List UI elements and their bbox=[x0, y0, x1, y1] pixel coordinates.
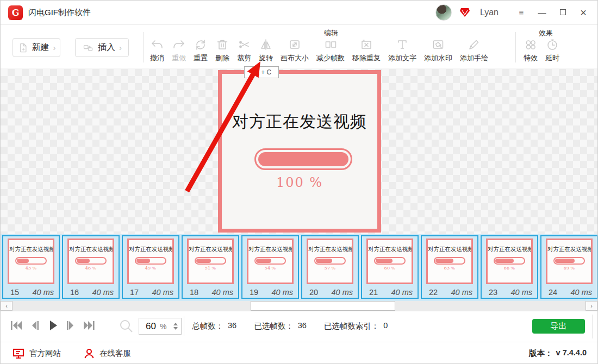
rotate-button[interactable]: 旋转 bbox=[255, 37, 277, 63]
crop-button[interactable]: 裁剪 bbox=[233, 37, 255, 63]
menu-icon[interactable]: ≡ bbox=[515, 6, 528, 19]
frame-cell[interactable]: 对方正在发送视频 51 % 18 40 ms bbox=[182, 235, 239, 299]
thumbnail-percent: 54 % bbox=[248, 266, 292, 271]
online-support-link[interactable]: 在线客服 bbox=[84, 348, 131, 359]
thumbnail-progress-fill bbox=[196, 259, 211, 263]
official-website-link[interactable]: 官方网站 bbox=[13, 348, 61, 359]
thumbnail-progress-fill bbox=[555, 259, 575, 263]
username[interactable]: Lyan bbox=[480, 8, 499, 17]
titlebar: G 闪电GIF制作软件 Lyan ≡ — × bbox=[1, 1, 597, 25]
zoom-decrease-icon[interactable] bbox=[173, 327, 178, 330]
thumbnail-progress-fill bbox=[77, 259, 90, 263]
previous-frame-button[interactable] bbox=[29, 319, 41, 332]
add-drawing-button[interactable]: 添加手绘 bbox=[456, 37, 492, 63]
user-avatar[interactable] bbox=[435, 4, 452, 21]
redo-button[interactable]: 重做 bbox=[168, 37, 190, 63]
reduce-frames-button[interactable]: 减少帧数 bbox=[313, 37, 348, 63]
frame-cell[interactable]: 对方正在发送视频 57 % 20 40 ms bbox=[301, 235, 359, 299]
stat-value: 36 bbox=[228, 321, 236, 331]
thumbnail-text: 对方正在发送视频 bbox=[547, 246, 591, 253]
canvas-size-button[interactable]: 画布大小 bbox=[277, 37, 313, 63]
frame-thumbnail: 对方正在发送视频 46 % bbox=[67, 239, 114, 284]
remove-duplicates-button[interactable]: 移除重复 bbox=[348, 37, 384, 63]
reset-icon bbox=[194, 37, 208, 52]
insert-button[interactable]: 插入 › bbox=[75, 38, 129, 57]
stat-label: 已选帧数索引： bbox=[324, 321, 379, 331]
controls-bar: 60 % 总帧数： 36 已选帧数： 36 bbox=[1, 311, 597, 342]
minimize-icon[interactable]: — bbox=[535, 6, 549, 19]
thumbnail-progress-fill bbox=[435, 259, 453, 263]
thumbnail-progress-fill bbox=[495, 259, 514, 263]
scrollbar-thumb[interactable] bbox=[251, 301, 395, 311]
trash-icon bbox=[215, 37, 229, 52]
vip-badge-icon bbox=[459, 8, 470, 17]
frame-number: 23 bbox=[489, 288, 497, 297]
crop-shortcut-tooltip: Alt + C bbox=[244, 66, 279, 78]
export-button[interactable]: 导出 bbox=[532, 319, 585, 334]
scroll-right-button[interactable]: › bbox=[585, 301, 597, 311]
redo-icon bbox=[172, 37, 186, 52]
frame-cell[interactable]: 对方正在发送视频 54 % 19 40 ms bbox=[241, 235, 299, 299]
filmstrip-scrollbar[interactable]: ‹ › bbox=[1, 301, 597, 311]
thumbnail-text: 对方正在发送视频 bbox=[248, 246, 292, 253]
thumbnail-progress-bar bbox=[135, 257, 166, 265]
version-value: v 7.4.4.0 bbox=[556, 348, 587, 359]
frame-cell[interactable]: 对方正在发送视频 63 % 22 40 ms bbox=[421, 235, 478, 299]
toolbar-divider bbox=[515, 32, 516, 62]
frame-number: 20 bbox=[309, 288, 318, 297]
online-support-label: 在线客服 bbox=[99, 348, 131, 359]
gif-preview-frame[interactable]: 对方正在发送视频 100 % bbox=[218, 70, 381, 233]
watermark-icon bbox=[431, 37, 445, 52]
thumbnail-text: 对方正在发送视频 bbox=[129, 246, 172, 253]
insert-icon bbox=[82, 42, 94, 53]
frame-cell[interactable]: 对方正在发送视频 60 % 21 40 ms bbox=[361, 235, 419, 299]
controls-divider bbox=[184, 316, 184, 336]
thumbnail-text: 对方正在发送视频 bbox=[488, 246, 531, 253]
delete-button[interactable]: 删除 bbox=[211, 37, 233, 63]
thumbnail-text: 对方正在发送视频 bbox=[69, 246, 113, 253]
thumbnail-percent: 49 % bbox=[129, 266, 172, 271]
thumbnail-percent: 69 % bbox=[547, 266, 591, 271]
frame-thumbnail: 对方正在发送视频 43 % bbox=[8, 239, 54, 284]
new-button[interactable]: 新建 › bbox=[13, 38, 60, 57]
version-info: 版本： v 7.4.4.0 bbox=[529, 348, 587, 359]
add-text-button[interactable]: 添加文字 bbox=[384, 37, 420, 63]
delay-button[interactable]: 延时 bbox=[541, 37, 563, 63]
frame-duration: 40 ms bbox=[33, 288, 54, 297]
next-frame-button[interactable] bbox=[64, 319, 76, 332]
last-frame-button[interactable] bbox=[82, 319, 96, 332]
controls-right-divider bbox=[592, 315, 593, 338]
play-button[interactable] bbox=[47, 319, 59, 332]
frame-cell[interactable]: 对方正在发送视频 66 % 23 40 ms bbox=[481, 235, 538, 299]
scroll-left-button[interactable]: ‹ bbox=[1, 301, 13, 311]
add-watermark-button[interactable]: 添加水印 bbox=[420, 37, 456, 63]
thumbnail-progress-bar bbox=[494, 257, 525, 265]
undo-button[interactable]: 撤消 bbox=[146, 37, 168, 63]
frame-number: 22 bbox=[429, 288, 438, 297]
scissors-icon bbox=[237, 37, 251, 52]
reset-button[interactable]: 重置 bbox=[190, 37, 211, 63]
maximize-icon[interactable] bbox=[556, 6, 569, 19]
close-icon[interactable]: × bbox=[577, 6, 590, 19]
frame-cell[interactable]: 对方正在发送视频 49 % 17 40 ms bbox=[122, 235, 179, 299]
frame-thumbnail: 对方正在发送视频 49 % bbox=[127, 239, 174, 284]
thumbnail-percent: 57 % bbox=[308, 266, 352, 271]
stat-item: 已选帧数： 36 bbox=[254, 321, 307, 331]
zoom-value[interactable]: 60 bbox=[146, 321, 156, 332]
thumbnail-progress-bar bbox=[434, 257, 465, 265]
official-website-label: 官方网站 bbox=[29, 348, 61, 359]
edit-section-label: 编辑 bbox=[324, 28, 338, 38]
first-frame-button[interactable] bbox=[9, 319, 24, 332]
new-file-icon bbox=[17, 42, 28, 53]
frame-cell[interactable]: 对方正在发送视频 43 % 15 40 ms bbox=[2, 235, 60, 299]
thumbnail-text: 对方正在发送视频 bbox=[189, 246, 232, 253]
special-effects-button[interactable]: 特效 bbox=[520, 37, 541, 63]
stat-item: 已选帧数索引： 0 bbox=[324, 321, 388, 331]
frame-thumbnail: 对方正在发送视频 66 % bbox=[486, 239, 533, 284]
frame-cell[interactable]: 对方正在发送视频 46 % 16 40 ms bbox=[62, 235, 120, 299]
zoom-increase-icon[interactable] bbox=[173, 323, 178, 325]
thumbnail-percent: 46 % bbox=[69, 266, 113, 271]
zoom-level-input[interactable]: 60 % bbox=[139, 318, 182, 335]
stat-item: 总帧数： 36 bbox=[192, 321, 236, 331]
frame-cell[interactable]: 对方正在发送视频 69 % 24 40 ms bbox=[540, 235, 597, 299]
